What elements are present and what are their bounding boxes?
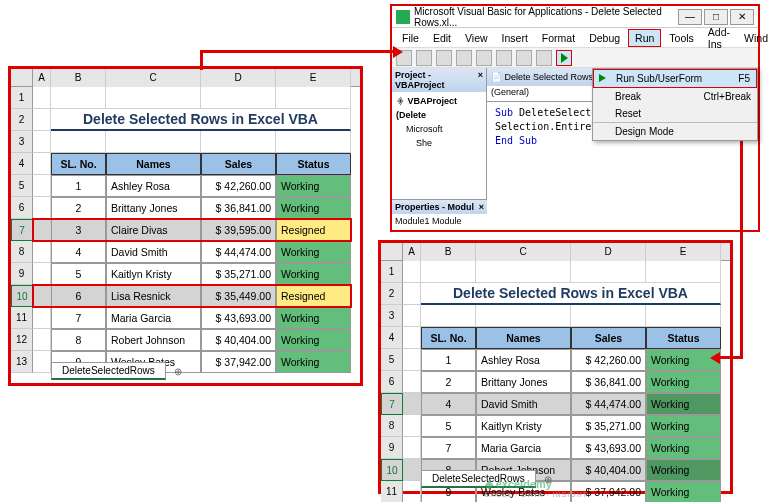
cell[interactable]: 2	[51, 197, 106, 219]
tb-redo-icon[interactable]	[536, 50, 552, 66]
cell[interactable]: Brittany Jones	[106, 197, 201, 219]
cell[interactable]	[276, 87, 351, 109]
sheet-tab-active[interactable]: DeleteSelectedRows	[51, 362, 166, 380]
row-header[interactable]: 4	[11, 153, 33, 175]
cell[interactable]: $ 36,841.00	[571, 371, 646, 393]
row-header[interactable]: 1	[381, 261, 403, 283]
cell[interactable]	[33, 109, 51, 131]
menu-run-sub[interactable]: Run Sub/UserFormF5	[593, 69, 757, 88]
menu-run[interactable]: Run	[628, 29, 661, 47]
cell[interactable]: $ 40,404.00	[201, 329, 276, 351]
cell[interactable]	[33, 131, 51, 153]
cell[interactable]	[33, 241, 51, 263]
cell[interactable]: SL. No.	[421, 327, 476, 349]
cell[interactable]: $ 36,841.00	[201, 197, 276, 219]
cell[interactable]	[201, 131, 276, 153]
cell[interactable]: SL. No.	[51, 153, 106, 175]
cell[interactable]	[403, 349, 421, 371]
cell[interactable]: Robert Johnson	[106, 329, 201, 351]
row-header[interactable]: 5	[11, 175, 33, 197]
row-header[interactable]: 4	[381, 327, 403, 349]
cell[interactable]: Lisa Resnick	[106, 285, 201, 307]
cell[interactable]: 4	[421, 393, 476, 415]
cell[interactable]: Working	[276, 351, 351, 373]
cell[interactable]: Working	[646, 371, 721, 393]
select-all-corner[interactable]	[381, 243, 403, 261]
cell[interactable]	[33, 307, 51, 329]
cell[interactable]: $ 35,271.00	[571, 415, 646, 437]
cell[interactable]	[476, 261, 571, 283]
close-icon[interactable]: ×	[478, 70, 483, 90]
row-header[interactable]: 9	[381, 437, 403, 459]
cell[interactable]	[33, 329, 51, 351]
project-explorer[interactable]: Project - VBAProject× 🞠 VBAProject (Dele…	[392, 68, 487, 228]
row-header[interactable]: 5	[381, 349, 403, 371]
cell[interactable]: $ 37,942.00	[201, 351, 276, 373]
tree-root[interactable]: 🞠 VBAProject (Delete	[396, 94, 482, 122]
cell[interactable]	[403, 481, 421, 502]
cell[interactable]	[571, 305, 646, 327]
close-button[interactable]: ✕	[730, 9, 754, 25]
cell[interactable]: Kaitlyn Kristy	[476, 415, 571, 437]
cell[interactable]: Working	[276, 307, 351, 329]
cell[interactable]: Resigned	[276, 285, 351, 307]
row-header[interactable]: 2	[11, 109, 33, 131]
cell[interactable]	[476, 305, 571, 327]
cell[interactable]: Working	[646, 437, 721, 459]
row-header[interactable]: 8	[11, 241, 33, 263]
cell[interactable]: Maria Garcia	[476, 437, 571, 459]
cell[interactable]: $ 42,260.00	[201, 175, 276, 197]
sheet-title[interactable]: Delete Selected Rows in Excel VBA	[421, 283, 721, 305]
cell[interactable]: Working	[646, 415, 721, 437]
cell[interactable]: $ 43,693.00	[571, 437, 646, 459]
cell[interactable]	[403, 327, 421, 349]
row-header[interactable]: 11	[381, 481, 403, 502]
cell[interactable]	[403, 261, 421, 283]
cell[interactable]: $ 35,449.00	[201, 285, 276, 307]
tb-find-icon[interactable]	[496, 50, 512, 66]
cell[interactable]: $ 39,595.00	[201, 219, 276, 241]
cell[interactable]: Sales	[571, 327, 646, 349]
menu-file[interactable]: File	[396, 30, 425, 46]
tb-run-icon[interactable]	[556, 50, 572, 66]
select-all-corner[interactable]	[11, 69, 33, 87]
cell[interactable]: Ashley Rosa	[476, 349, 571, 371]
cell[interactable]: 5	[51, 263, 106, 285]
row-header[interactable]: 3	[381, 305, 403, 327]
cell[interactable]	[403, 393, 421, 415]
menu-debug[interactable]: Debug	[583, 30, 626, 46]
cell[interactable]: 7	[51, 307, 106, 329]
cell[interactable]: Working	[276, 175, 351, 197]
cell[interactable]	[33, 351, 51, 373]
tb-paste-icon[interactable]	[476, 50, 492, 66]
cell[interactable]	[403, 437, 421, 459]
row-header[interactable]: 8	[381, 415, 403, 437]
cell[interactable]	[276, 131, 351, 153]
cell[interactable]: 2	[421, 371, 476, 393]
cell[interactable]	[33, 285, 51, 307]
col-header-c[interactable]: C	[106, 69, 201, 87]
col-header-b[interactable]: B	[421, 243, 476, 261]
cell[interactable]	[421, 261, 476, 283]
row-header[interactable]: 6	[381, 371, 403, 393]
col-header-e[interactable]: E	[646, 243, 721, 261]
cell[interactable]	[33, 153, 51, 175]
cell[interactable]	[106, 87, 201, 109]
cell[interactable]	[403, 415, 421, 437]
sheet-title[interactable]: Delete Selected Rows in Excel VBA	[51, 109, 351, 131]
row-header[interactable]: 1	[11, 87, 33, 109]
menu-edit[interactable]: Edit	[427, 30, 457, 46]
row-header[interactable]: 10	[11, 285, 33, 307]
cell[interactable]: $ 35,271.00	[201, 263, 276, 285]
properties-pane[interactable]: Properties - Modul× Module1 Module	[392, 199, 487, 228]
cell[interactable]: Sales	[201, 153, 276, 175]
row-header[interactable]: 2	[381, 283, 403, 305]
cell[interactable]: 1	[51, 175, 106, 197]
tree-node[interactable]: Microsoft	[396, 122, 482, 136]
cell[interactable]	[51, 87, 106, 109]
row-header[interactable]: 7	[381, 393, 403, 415]
menu-insert[interactable]: Insert	[496, 30, 534, 46]
cell[interactable]: Names	[106, 153, 201, 175]
tree-node[interactable]: She	[396, 136, 482, 150]
cell[interactable]	[403, 459, 421, 481]
